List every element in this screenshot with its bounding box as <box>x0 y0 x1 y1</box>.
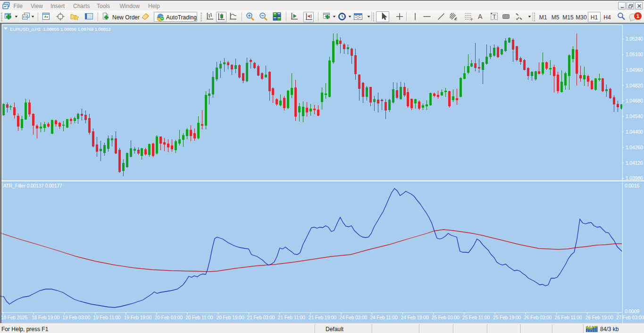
svg-text:25 Feb 11:00: 25 Feb 11:00 <box>462 315 490 320</box>
svg-text:21 Feb 19:00: 21 Feb 19:00 <box>309 315 336 320</box>
svg-text:24 Feb 11:00: 24 Feb 11:00 <box>370 315 398 320</box>
svg-text:20 Feb 03:00: 20 Feb 03:00 <box>155 315 183 320</box>
svg-text:1.04260: 1.04260 <box>626 145 643 150</box>
svg-text:1.04960: 1.04960 <box>626 67 643 73</box>
svg-text:18 Feb 2025: 18 Feb 2025 <box>1 315 28 320</box>
svg-text:21 Feb 11:00: 21 Feb 11:00 <box>278 315 306 320</box>
svg-text:20 Feb 19:00: 20 Feb 19:00 <box>216 315 244 320</box>
svg-text:26 Feb 03:00: 26 Feb 03:00 <box>524 315 552 320</box>
svg-text:1.03980: 1.03980 <box>626 175 643 181</box>
svg-text:26 Feb 11:00: 26 Feb 11:00 <box>555 315 583 320</box>
svg-text:F: F <box>471 18 473 21</box>
svg-text:1.04120: 1.04120 <box>626 160 643 166</box>
svg-text:1.04820: 1.04820 <box>626 83 643 88</box>
svg-text:21 Feb 03:00: 21 Feb 03:00 <box>247 315 275 320</box>
svg-text:1.04540: 1.04540 <box>626 113 643 119</box>
svg-text:1.05100: 1.05100 <box>626 51 643 57</box>
svg-text:19 Feb 19:00: 19 Feb 19:00 <box>124 315 152 320</box>
svg-text:25 Feb 03:00: 25 Feb 03:00 <box>432 315 460 320</box>
svg-text:18 Feb 19:00: 18 Feb 19:00 <box>32 315 59 320</box>
svg-text:26 Feb 19:00: 26 Feb 19:00 <box>585 315 613 320</box>
svg-text:1.05240: 1.05240 <box>626 36 643 42</box>
svg-text:1.04400: 1.04400 <box>626 129 643 135</box>
svg-text:T: T <box>493 14 496 20</box>
svg-text:27 Feb 03:00: 27 Feb 03:00 <box>616 315 644 320</box>
svg-text:24 Feb 03:00: 24 Feb 03:00 <box>339 315 367 320</box>
svg-text:E: E <box>455 17 457 21</box>
svg-text:19 Feb 11:00: 19 Feb 11:00 <box>93 315 121 320</box>
svg-text:0.0009: 0.0009 <box>625 308 639 314</box>
svg-text:0.0016: 0.0016 <box>625 183 639 188</box>
svg-text:25 Feb 19:00: 25 Feb 19:00 <box>493 315 521 320</box>
svg-text:EURUSD_o,H1 1.08855 1.08856 1: EURUSD_o,H1 1.08855 1.08856 1.08769 1.08… <box>10 26 111 32</box>
svg-text:1.04680: 1.04680 <box>626 98 643 103</box>
svg-text:20 Feb 11:00: 20 Feb 11:00 <box>185 315 213 320</box>
svg-text:19 Feb 03:00: 19 Feb 03:00 <box>62 315 90 320</box>
svg-text:24 Feb 19:00: 24 Feb 19:00 <box>401 315 429 320</box>
svg-text:ATR_Filter 0.00137 0.00177: ATR_Filter 0.00137 0.00177 <box>3 183 62 188</box>
